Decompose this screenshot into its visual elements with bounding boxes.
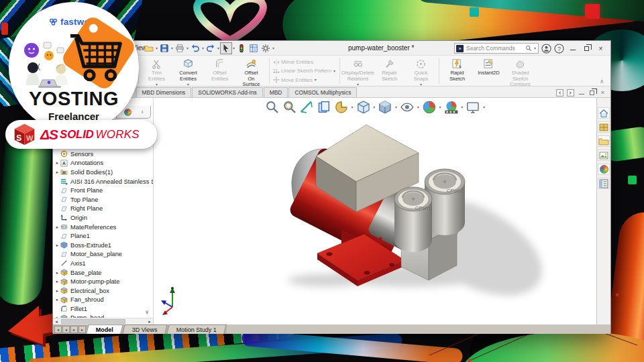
dropdown-caret-icon[interactable]: ▾: [272, 46, 275, 50]
appearances-button[interactable]: [598, 164, 610, 175]
instant2d-button[interactable]: Instant2D: [473, 57, 504, 85]
search-commands-box[interactable]: » ▾: [454, 43, 539, 54]
ribbon-separator: [439, 58, 439, 84]
button-label: OffsetOnSurface: [242, 70, 260, 88]
expand-pane-icon[interactable]: ›: [142, 109, 144, 115]
ribbon-collapse-icon[interactable]: ∧: [600, 78, 604, 84]
button-label: OffsetEntities: [211, 70, 228, 82]
next-sheet-button[interactable]: ▸: [70, 326, 78, 333]
tree-item-fan-shroud[interactable]: ▸Fan_shroud: [53, 296, 153, 305]
print-button[interactable]: [174, 42, 186, 54]
ribbon-group: RapidSketchInstant2DShadedSketchContours: [441, 57, 536, 85]
file-explorer-button[interactable]: [598, 135, 610, 147]
user-account-icon[interactable]: [541, 44, 551, 54]
solid-bodies-icon: [60, 168, 68, 176]
prev-sheet-button[interactable]: ◂: [62, 326, 70, 333]
tree-item-plane1[interactable]: Plane1: [53, 231, 153, 241]
tree-item-right-plane[interactable]: Right Plane: [53, 204, 153, 214]
select-arrow-button[interactable]: [220, 42, 232, 54]
view-palette-button[interactable]: [598, 149, 610, 161]
tab-label: 3D Views: [132, 326, 158, 333]
tree-horizontal-scrollbar[interactable]: ◂ ▸: [53, 318, 153, 324]
first-sheet-button[interactable]: ◂: [54, 326, 62, 333]
restore-doc-button[interactable]: [588, 88, 596, 97]
search-dropdown-icon[interactable]: ▾: [533, 46, 537, 50]
quick-snaps-button: QuickSnaps▾: [405, 57, 437, 85]
tree-item-fillet1[interactable]: Fillet1: [53, 304, 153, 314]
expand-arrow-icon[interactable]: ▸: [54, 225, 60, 230]
tree-item-annotations[interactable]: ▸AAnnotations: [53, 159, 153, 168]
open-button[interactable]: [143, 42, 155, 54]
help-icon[interactable]: ?: [554, 44, 564, 54]
plane-icon: [60, 196, 68, 204]
close-button[interactable]: ×: [595, 43, 606, 54]
port-1[interactable]: CPort1: [394, 187, 432, 252]
scroll-right-icon[interactable]: ▸: [146, 319, 153, 324]
custom-properties-button[interactable]: [598, 178, 610, 189]
search-icon[interactable]: [525, 45, 532, 52]
minimize-doc-button[interactable]: [577, 88, 586, 97]
close-doc-button[interactable]: ×: [598, 88, 607, 97]
tree-item-axis1[interactable]: Axis1: [53, 259, 153, 268]
tab-solidworks-add-ins[interactable]: SOLIDWORKS Add-Ins: [192, 87, 263, 97]
tree-item-origin[interactable]: Origin: [53, 213, 153, 223]
tree-item-matereferences[interactable]: ▸MateReferences: [53, 223, 153, 232]
next-doc-button[interactable]: [566, 88, 575, 97]
bg-square-green: [628, 176, 637, 184]
undo-button[interactable]: [189, 42, 201, 54]
prev-doc-button[interactable]: [555, 88, 564, 97]
redo-button[interactable]: [205, 42, 217, 54]
tab-comsol-multiphysics[interactable]: COMSOL Multiphysics: [288, 87, 357, 97]
tab-mbd[interactable]: MBD: [264, 87, 288, 97]
expand-arrow-icon[interactable]: ▸: [54, 279, 60, 284]
minimize-button[interactable]: [567, 43, 578, 54]
evaluate-table-button[interactable]: [248, 42, 260, 54]
traffic-light-button[interactable]: [235, 42, 248, 54]
pump-3d-model[interactable]: CPort2 CPort1: [154, 98, 596, 324]
restore-button[interactable]: [581, 43, 592, 54]
offset-on-surface-button[interactable]: OffsetOnSurface: [235, 57, 267, 85]
expand-arrow-icon[interactable]: ▸: [54, 243, 60, 248]
tab-mbd-dimensions[interactable]: MBD Dimensions: [136, 87, 192, 97]
save-button[interactable]: [158, 42, 170, 54]
tree-item-sensors[interactable]: Sensors: [53, 149, 153, 159]
convert-entities-button[interactable]: ConvertEntities▾: [172, 57, 204, 85]
custom-properties-icon: [598, 178, 609, 189]
tree-item-boss-extrude1[interactable]: ▸Boss-Extrude1: [53, 241, 153, 250]
graphics-viewport[interactable]: ▾▾▾▾▾▾▾: [154, 98, 596, 324]
tree-item-front-plane[interactable]: Front Plane: [53, 186, 153, 195]
tree-item-solid-bodies-1-[interactable]: ▸Solid Bodies(1): [53, 168, 153, 177]
tree-item-motor-base-plane[interactable]: Motor_base_plane: [53, 250, 153, 259]
expand-arrow-icon[interactable]: ▸: [54, 160, 60, 166]
tab-label: COMSOL Multiphysics: [294, 89, 351, 96]
tab-motion-study-1[interactable]: Motion Study 1: [166, 324, 227, 334]
expand-arrow-icon[interactable]: ▸: [54, 170, 60, 175]
tree-scroll-down-icon[interactable]: ∨: [145, 309, 149, 315]
next-doc-icon: [566, 88, 575, 97]
design-library-button[interactable]: [598, 121, 610, 133]
tab-3d-views[interactable]: 3D Views: [122, 324, 167, 334]
expand-arrow-icon[interactable]: ▸: [54, 288, 60, 294]
last-sheet-button[interactable]: ▸: [78, 326, 86, 333]
button-label: Instant2D: [478, 70, 500, 76]
tree-item-electrical-box[interactable]: ▸Electrical_box: [53, 286, 153, 296]
tree-item-top-plane[interactable]: Top Plane: [53, 195, 153, 204]
bg-stripe-bottom2: [27, 333, 402, 362]
options-gear-button[interactable]: [260, 42, 272, 54]
tree-item-motor-pump-plate[interactable]: ▸Motor-pump-plate: [53, 277, 153, 286]
tab-model[interactable]: Model: [86, 324, 123, 334]
x-axis-icon: [162, 307, 172, 315]
scroll-thumb[interactable]: [61, 319, 125, 324]
dropdown-caret-icon: ▾: [333, 69, 336, 73]
scroll-left-icon[interactable]: ◂: [53, 319, 60, 324]
tree-item-aisi-316-annealed-stainless-steel[interactable]: AISI 316 Annealed Stainless Steel: [53, 177, 153, 186]
expand-arrow-icon[interactable]: ▸: [54, 270, 60, 276]
rapid-sketch-button[interactable]: RapidSketch: [441, 57, 473, 85]
expand-arrow-icon[interactable]: ▸: [54, 297, 60, 302]
evaluate-table-icon: [249, 44, 258, 53]
home-button[interactable]: [598, 107, 610, 119]
tree-item-base-plate[interactable]: ▸Base_plate: [53, 268, 153, 278]
home-icon: [598, 108, 609, 119]
search-input[interactable]: [465, 44, 524, 52]
solidworks-wordmark-light: WORKS: [96, 128, 140, 141]
